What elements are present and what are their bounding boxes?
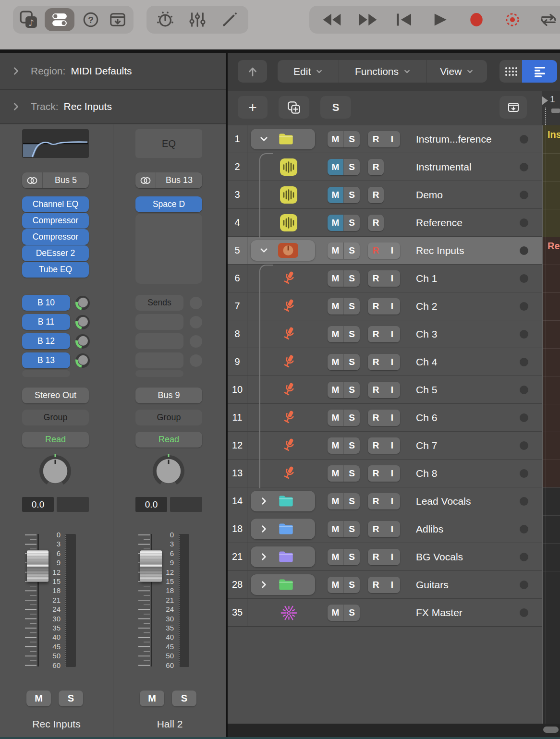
solo-button[interactable]: S — [172, 691, 196, 706]
track-row[interactable]: 7MSRICh 2 — [228, 292, 542, 320]
region-inspector-header[interactable]: Region: MIDI Defaults — [0, 53, 226, 90]
track-inspector-header[interactable]: Track: Rec Inputs — [0, 90, 226, 124]
empty-send-knob[interactable] — [188, 353, 204, 368]
record-enable-button[interactable]: R — [368, 215, 384, 231]
cycle-icon[interactable] — [537, 8, 560, 31]
track-name[interactable]: Lead Vocals — [416, 487, 471, 515]
track-row[interactable]: 6MSRICh 1 — [228, 265, 542, 292]
channel-strip-name[interactable]: Rec Inputs — [0, 718, 113, 730]
track-type-icon[interactable] — [278, 495, 294, 508]
track-on-indicator[interactable] — [520, 608, 528, 617]
record-enable-button[interactable]: R — [368, 354, 384, 370]
track-row[interactable]: 5MSRIRec Inputs — [228, 237, 542, 265]
track-type-icon[interactable] — [280, 436, 298, 455]
solo-button[interactable]: S — [343, 410, 360, 426]
solo-button[interactable]: S — [343, 131, 360, 147]
empty-send-knob[interactable] — [188, 353, 204, 368]
track-row[interactable]: 1MSRIInstrum...ference — [228, 125, 542, 153]
solo-button[interactable]: S — [343, 215, 360, 231]
track-name[interactable]: Guitars — [416, 571, 449, 598]
track-row[interactable]: 11MSRICh 6 — [228, 404, 542, 432]
disclosure-chevron[interactable] — [258, 245, 269, 256]
disclosure-chevron[interactable] — [258, 523, 269, 534]
track-type-icon[interactable] — [280, 269, 298, 288]
solo-button[interactable]: S — [343, 549, 360, 565]
volume-fader[interactable]: 03691215182124303540455060 — [133, 530, 209, 670]
timeline-ruler[interactable]: 1 — [542, 91, 560, 126]
volume-value[interactable]: 0.0 — [135, 497, 167, 512]
disclosure-icon-box[interactable] — [251, 240, 315, 261]
track-name[interactable]: Ch 5 — [416, 376, 437, 403]
solo-button[interactable]: S — [343, 382, 360, 398]
solo-button[interactable]: S — [343, 326, 360, 342]
input-monitor-button[interactable]: I — [384, 465, 400, 482]
automation-mode-slot[interactable]: Read — [22, 432, 89, 448]
pencil-icon[interactable] — [219, 8, 241, 31]
track-type-icon[interactable] — [278, 133, 294, 145]
track-type-icon[interactable] — [278, 522, 294, 535]
track-name[interactable]: Rec Inputs — [416, 237, 464, 264]
track-on-indicator[interactable] — [520, 191, 528, 199]
input-monitor-button[interactable]: I — [384, 493, 400, 509]
plugin-slot[interactable]: DeEsser 2 — [22, 245, 89, 261]
mute-button[interactable]: M — [328, 465, 343, 482]
track-on-indicator[interactable] — [520, 246, 528, 255]
input-monitor-button[interactable]: I — [384, 549, 400, 565]
empty-send-knob[interactable] — [188, 315, 204, 330]
send-slot[interactable]: B 11 — [22, 314, 70, 330]
track-row[interactable]: 35MSFX Master — [228, 599, 542, 627]
empty-send-slot[interactable] — [135, 333, 183, 349]
pan-knob-dial[interactable] — [37, 453, 73, 488]
mute-button[interactable]: M — [328, 382, 343, 398]
send-level-knob[interactable] — [75, 315, 90, 330]
smart-controls-toggle-icon[interactable] — [45, 8, 74, 31]
send-slot[interactable]: B 13 — [22, 352, 70, 368]
solo-button[interactable]: S — [59, 691, 83, 706]
track-name[interactable]: BG Vocals — [416, 543, 463, 570]
plugin-slot[interactable]: Tube EQ — [22, 262, 89, 278]
track-row[interactable]: 14MSRILead Vocals — [228, 487, 542, 515]
show-editors-icon[interactable] — [107, 8, 129, 31]
grid-view-button[interactable] — [499, 60, 522, 83]
disclosure-icon-box[interactable] — [251, 491, 315, 511]
empty-send-slot[interactable] — [135, 352, 183, 368]
mute-button[interactable]: M — [328, 215, 343, 231]
menu-functions[interactable]: Functions — [339, 60, 426, 83]
track-name[interactable]: Instrumental — [416, 153, 472, 181]
input-monitor-button[interactable]: I — [384, 437, 400, 454]
mute-button[interactable]: M — [328, 270, 343, 287]
track-name[interactable]: Reference — [416, 209, 463, 236]
track-row[interactable]: 3MSRDemo — [228, 181, 542, 209]
output-slot[interactable]: Bus 9 — [135, 388, 202, 403]
record-enable-button[interactable]: R — [368, 549, 384, 565]
chevron-right-icon[interactable] — [11, 66, 21, 76]
eq-placeholder[interactable]: EQ — [135, 129, 202, 158]
track-on-indicator[interactable] — [520, 302, 528, 311]
track-row[interactable]: 9MSRICh 4 — [228, 348, 542, 376]
mute-button[interactable]: M — [328, 410, 343, 426]
mixer-icon[interactable] — [186, 8, 208, 31]
plugin-slot[interactable]: Compressor — [22, 229, 89, 245]
track-type-icon[interactable] — [278, 550, 294, 563]
plugin-slot[interactable]: Space D — [135, 196, 202, 212]
duplicate-track-button[interactable] — [279, 96, 309, 119]
track-on-indicator[interactable] — [520, 581, 528, 589]
solo-button[interactable]: S — [343, 270, 360, 287]
record-enable-button[interactable]: R — [368, 326, 384, 342]
mute-button[interactable]: M — [328, 605, 343, 621]
mute-button[interactable]: M — [328, 242, 343, 259]
input-slot[interactable]: Bus 5 — [22, 172, 89, 188]
track-on-indicator[interactable] — [520, 525, 528, 533]
plugin-slot[interactable]: Compressor — [22, 213, 89, 229]
chevron-right-icon[interactable] — [258, 551, 269, 562]
track-row[interactable]: 13MSRICh 8 — [228, 460, 542, 487]
disclosure-chevron[interactable] — [258, 551, 269, 562]
solo-button[interactable]: S — [343, 242, 360, 259]
record-enable-button[interactable]: R — [368, 521, 384, 537]
track-row[interactable]: 28MSRIGuitars — [228, 571, 542, 599]
mute-button[interactable]: M — [328, 493, 343, 509]
solo-button[interactable]: S — [343, 521, 360, 537]
track-on-indicator[interactable] — [520, 135, 528, 144]
mute-button[interactable]: M — [328, 437, 343, 454]
track-row[interactable]: 4MSRReference — [228, 209, 542, 237]
